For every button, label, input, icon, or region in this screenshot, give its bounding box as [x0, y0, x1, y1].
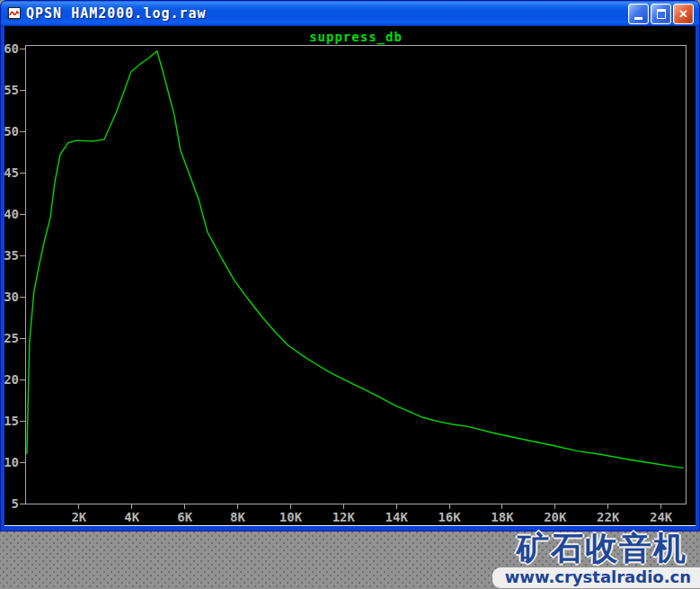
x-axis-tick — [396, 504, 397, 509]
chart-title: suppress_db — [25, 30, 687, 44]
x-axis-tick — [290, 504, 291, 509]
desktop: { "window": { "title": "QPSN HAM2000.log… — [0, 0, 700, 589]
y-axis-tick — [20, 297, 25, 298]
y-tick-label: 15 — [4, 415, 19, 427]
x-axis-tick — [237, 504, 238, 509]
y-tick-label: 40 — [4, 208, 19, 220]
x-tick-label: 12K — [332, 511, 355, 523]
x-tick-label: 24K — [650, 511, 672, 523]
y-axis-tick — [20, 49, 25, 49]
y-axis-tick — [20, 173, 25, 174]
x-axis-tick — [501, 504, 502, 509]
y-tick-label: 25 — [4, 332, 19, 344]
plot-box: 605550454035302520151052K4K6K8K10K12K14K… — [25, 45, 687, 504]
x-axis-tick — [660, 504, 661, 509]
x-axis-tick — [343, 504, 344, 509]
x-tick-label: 14K — [385, 511, 408, 523]
app-window: QPSN HAM2000.log.raw ✕ suppress_db 60555… — [0, 0, 700, 531]
x-tick-label: 22K — [597, 511, 619, 523]
y-tick-label: 35 — [4, 249, 19, 262]
y-tick-label: 20 — [4, 373, 19, 386]
x-tick-label: 8K — [230, 511, 245, 523]
window-title: QPSN HAM2000.log.raw — [26, 5, 207, 22]
chart-icon — [6, 6, 22, 22]
x-tick-label: 4K — [124, 511, 139, 523]
watermark-site-name: 矿石收音机 — [492, 531, 700, 567]
x-axis-tick — [131, 504, 132, 509]
titlebar[interactable]: QPSN HAM2000.log.raw ✕ — [1, 1, 699, 26]
y-axis-tick — [20, 504, 25, 504]
y-tick-label: 45 — [4, 166, 19, 179]
y-tick-label: 30 — [4, 290, 19, 303]
y-tick-label: 60 — [4, 42, 19, 55]
y-axis-tick — [20, 214, 25, 215]
x-tick-label: 6K — [177, 511, 192, 523]
close-icon: ✕ — [678, 8, 688, 20]
x-axis-tick — [607, 504, 608, 509]
window-controls: ✕ — [628, 4, 694, 24]
x-tick-label: 10K — [279, 511, 302, 523]
y-tick-label: 55 — [4, 84, 19, 96]
y-axis-tick — [20, 338, 25, 339]
y-tick-label: 5 — [12, 497, 19, 510]
y-axis-tick — [20, 462, 25, 463]
plot-canvas — [26, 46, 686, 504]
x-axis-tick — [449, 504, 450, 509]
maximize-button[interactable] — [651, 4, 671, 24]
x-axis-tick — [78, 504, 79, 509]
suppress-db-curve — [27, 51, 684, 469]
close-button[interactable]: ✕ — [673, 4, 694, 24]
y-axis-tick — [20, 90, 25, 91]
y-axis-tick — [20, 255, 25, 256]
watermark-url: www.crystalradio.cn — [505, 567, 691, 586]
watermark-url-band: www.crystalradio.cn — [492, 567, 700, 588]
y-axis-tick — [20, 421, 25, 422]
x-tick-label: 20K — [544, 511, 566, 523]
x-tick-label: 18K — [491, 511, 513, 523]
maximize-icon — [657, 9, 666, 19]
y-tick-label: 50 — [4, 125, 19, 138]
y-axis-tick — [20, 379, 25, 380]
x-axis-tick — [554, 504, 555, 509]
plot-client-area: suppress_db 605550454035302520151052K4K6… — [4, 26, 696, 526]
minimize-button[interactable] — [628, 4, 649, 24]
x-tick-label: 16K — [438, 511, 460, 523]
x-axis-tick — [184, 504, 185, 509]
watermark: 矿石收音机 www.crystalradio.cn — [492, 531, 700, 588]
y-tick-label: 10 — [4, 456, 19, 469]
y-axis-tick — [20, 131, 25, 132]
x-tick-label: 2K — [71, 511, 86, 523]
minimize-icon — [634, 17, 642, 20]
